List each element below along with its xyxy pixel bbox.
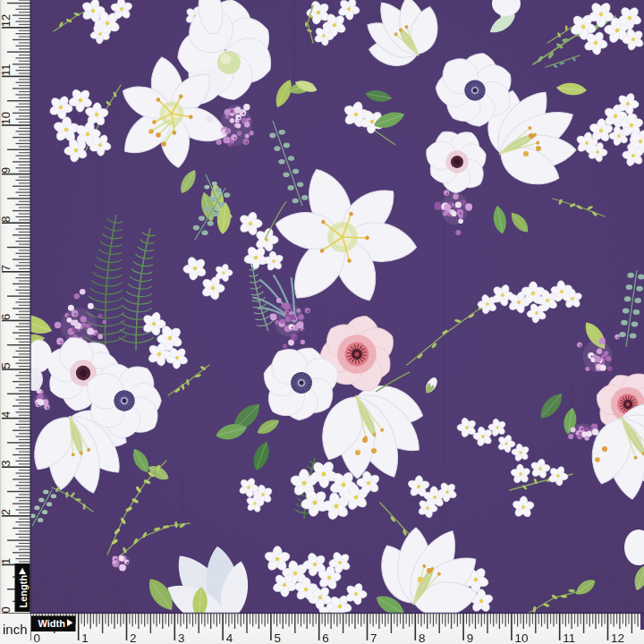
svg-text:2: 2 <box>0 509 13 515</box>
svg-text:1: 1 <box>81 631 89 644</box>
svg-text:3: 3 <box>178 631 185 644</box>
svg-text:12: 12 <box>611 631 624 644</box>
svg-text:4: 4 <box>226 631 233 644</box>
svg-text:6: 6 <box>0 314 13 320</box>
svg-text:0: 0 <box>0 606 13 613</box>
svg-text:4: 4 <box>0 411 13 418</box>
svg-text:9: 9 <box>0 167 13 174</box>
svg-text:inch: inch <box>3 622 28 637</box>
svg-text:6: 6 <box>322 631 329 644</box>
svg-text:Length: Length <box>18 575 29 608</box>
svg-text:11: 11 <box>563 631 575 644</box>
svg-text:9: 9 <box>467 631 474 644</box>
svg-text:11: 11 <box>0 64 13 76</box>
svg-text:5: 5 <box>275 631 282 644</box>
svg-text:7: 7 <box>370 631 377 644</box>
svg-text:10: 10 <box>0 112 13 124</box>
svg-text:7: 7 <box>0 265 13 271</box>
svg-text:10: 10 <box>515 631 529 644</box>
svg-text:5: 5 <box>0 362 13 369</box>
svg-text:8: 8 <box>0 216 13 222</box>
svg-text:0: 0 <box>34 631 41 644</box>
svg-text:3: 3 <box>0 460 13 466</box>
svg-text:1: 1 <box>0 558 13 564</box>
svg-text:Width: Width <box>38 618 66 629</box>
svg-text:2: 2 <box>130 631 137 644</box>
svg-text:8: 8 <box>419 631 426 644</box>
svg-text:12: 12 <box>0 14 13 27</box>
